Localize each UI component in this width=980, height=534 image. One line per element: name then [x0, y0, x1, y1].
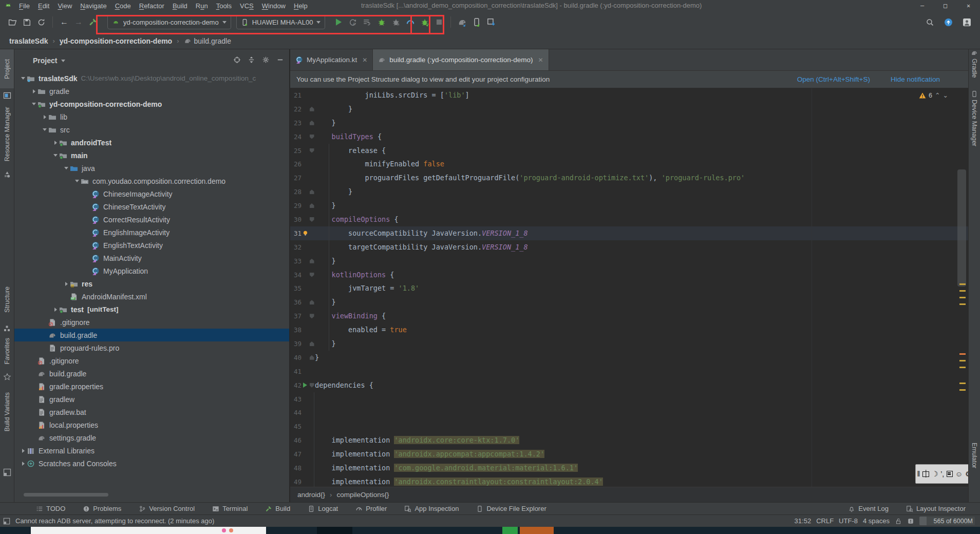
close-icon[interactable]: ✕ — [362, 56, 367, 64]
status-message[interactable]: Cannot reach ADB server, attempting to r… — [15, 517, 214, 525]
sync-gradle-button[interactable] — [455, 15, 469, 29]
sync-button[interactable] — [34, 15, 48, 29]
tree-item-gradlew-bat[interactable]: gradlew.bat — [14, 406, 290, 418]
code-editor[interactable]: 21 jniLibs.srcDirs = ['lib']22 }23 }24 b… — [290, 88, 968, 487]
tree-item--gitignore[interactable]: .gitignore — [14, 354, 290, 367]
breadcrumb-segment[interactable]: build.gradle — [184, 37, 231, 45]
sdk-manager-button[interactable] — [484, 15, 498, 29]
tree-item-yd-composition-correction-demo[interactable]: yd-composition-correction-demo — [14, 98, 290, 110]
tree-item-androidtest[interactable]: androidTest — [14, 136, 290, 149]
open-project-structure-link[interactable]: Open (Ctrl+Alt+Shift+S) — [797, 75, 870, 83]
menu-build[interactable]: Build — [169, 1, 191, 11]
fold-marker-icon[interactable] — [310, 314, 314, 318]
tree-item-src[interactable]: src — [14, 123, 290, 136]
ime-chinese-mode-icon[interactable] — [922, 471, 929, 477]
tree-item-external-libraries[interactable]: External Libraries — [14, 444, 290, 457]
sidebar-item-project[interactable]: Project — [0, 49, 14, 88]
minimize-button[interactable]: — — [911, 0, 934, 11]
close-icon[interactable]: ✕ — [538, 56, 543, 64]
tree-item-main[interactable]: main — [14, 149, 290, 162]
chevron-down-icon[interactable] — [53, 154, 58, 157]
ide-update-button[interactable] — [941, 15, 955, 29]
chevron-right-icon[interactable] — [22, 462, 25, 466]
device-manager-button[interactable] — [469, 15, 484, 29]
tree-item-gradle[interactable]: gradle — [14, 85, 290, 98]
avatar-button[interactable] — [959, 15, 974, 29]
fold-marker-icon[interactable] — [310, 259, 314, 263]
tree-item-correctresultactivity[interactable]: CorrectResultActivity — [14, 213, 290, 226]
tree-item-local-properties[interactable]: local.properties — [14, 418, 290, 431]
right-strip-item-device-manager[interactable]: Device Manager — [969, 90, 980, 158]
ime-glyph[interactable]: ‖ — [917, 470, 920, 478]
ime-glyph[interactable]: ☽ — [932, 470, 938, 478]
hide-notification-link[interactable]: Hide notification — [891, 75, 940, 83]
fold-marker-icon[interactable] — [310, 217, 314, 222]
sidebar-item-favorites[interactable]: Favorites — [0, 333, 14, 370]
ime-glyph[interactable]: ’, — [940, 470, 944, 478]
fold-marker-icon[interactable] — [310, 107, 314, 111]
inspection-widget[interactable]: 6 ⌃ ⌄ — [919, 91, 948, 99]
next-warning-icon[interactable]: ⌄ — [943, 91, 948, 99]
indent-setting[interactable]: 4 spaces — [863, 517, 890, 525]
breadcrumb-segment[interactable]: traslateSdk — [9, 37, 48, 45]
editor-breadcrumb-segment[interactable]: compileOptions{} — [336, 491, 389, 499]
fold-marker-icon[interactable] — [310, 341, 314, 346]
chevron-down-icon[interactable] — [64, 167, 68, 169]
tree-item-scratches-and-consoles[interactable]: Scratches and Consoles — [14, 457, 290, 470]
toolwindow-layout-inspector[interactable]: Layout Inspector — [906, 505, 966, 512]
chevron-right-icon[interactable] — [65, 282, 68, 286]
tree-item-build-gradle[interactable]: build.gradle — [14, 329, 290, 341]
chevron-down-icon[interactable] — [21, 77, 25, 80]
toolwindow-logcat[interactable]: Logcat — [308, 505, 338, 512]
notifications-icon[interactable] — [907, 518, 914, 525]
chevron-down-icon[interactable] — [32, 103, 36, 105]
tree-item-proguard-rules-pro[interactable]: proguard-rules.pro — [14, 341, 290, 354]
tree-item-lib[interactable]: lib — [14, 110, 290, 123]
tree-item-englishimageactivity[interactable]: EnglishImageActivity — [14, 226, 290, 239]
toolwindow-app-inspection[interactable]: App Inspection — [404, 505, 459, 512]
menu-edit[interactable]: Edit — [34, 1, 53, 11]
memory-indicator[interactable]: 565 of 6000M — [919, 517, 975, 525]
close-button[interactable]: ✕ — [957, 0, 980, 11]
tree-item-englishtextactivity[interactable]: EnglishTextActivity — [14, 239, 290, 252]
tree-item-res[interactable]: res — [14, 277, 290, 290]
menu-code[interactable]: Code — [111, 1, 135, 11]
caret-position[interactable]: 31:52 — [795, 517, 812, 525]
fold-marker-icon[interactable] — [310, 121, 314, 125]
prev-warning-icon[interactable]: ⌃ — [935, 91, 940, 99]
chevron-right-icon[interactable] — [33, 89, 35, 93]
tab-build.gradle[interactable]: build.gradle (:yd-composition-correction… — [373, 49, 549, 70]
back-button[interactable]: ← — [57, 15, 71, 29]
toolwindow-build[interactable]: Build — [265, 505, 290, 512]
fold-marker-icon[interactable] — [310, 148, 314, 153]
tree-item-traslatesdk[interactable]: traslateSdkC:\Users\wb.xusj\Desktop\andr… — [14, 72, 290, 85]
toolwindow-profiler[interactable]: Profiler — [355, 505, 387, 512]
run-line-icon[interactable] — [303, 383, 307, 388]
tree-item-chinesetextactivity[interactable]: ChineseTextActivity — [14, 200, 290, 213]
fold-marker-icon[interactable] — [310, 203, 314, 208]
sidebar-item-structure[interactable]: Structure — [0, 277, 14, 321]
tool-window-switcher-icon[interactable] — [3, 518, 10, 525]
locate-target-button[interactable] — [233, 56, 241, 65]
editor-scrollbar[interactable] — [957, 169, 966, 287]
ime-glyph[interactable]: ☺ — [955, 470, 963, 478]
ime-simplified-icon[interactable] — [947, 471, 953, 477]
menu-file[interactable]: File — [15, 1, 33, 11]
right-strip-item-gradle[interactable]: Gradle — [969, 49, 980, 85]
menu-vcs[interactable]: VCS — [236, 1, 257, 11]
lock-icon[interactable] — [895, 518, 902, 525]
ime-language-bar[interactable]: ‖☽’,☺⚙ — [915, 464, 973, 484]
settings-gear-button[interactable] — [262, 56, 270, 65]
chevron-right-icon[interactable] — [54, 308, 57, 312]
maximize-button[interactable]: □ — [934, 0, 957, 11]
sidebar-item-build-variants[interactable]: Build Variants — [0, 386, 14, 437]
menu-refactor[interactable]: Refactor — [136, 1, 168, 11]
breadcrumb-segment[interactable]: yd-composition-correction-demo — [60, 37, 172, 45]
toolwindow-todo[interactable]: TODO — [36, 505, 65, 512]
tab-myapplication.kt[interactable]: MyApplication.kt✕ — [290, 49, 373, 70]
toolwindow-problems[interactable]: Problems — [83, 505, 121, 512]
collapse-all-button[interactable] — [248, 56, 255, 65]
save-all-button[interactable] — [20, 15, 34, 29]
file-encoding[interactable]: UTF-8 — [839, 517, 858, 525]
right-strip-item-emulator[interactable]: Emulator — [969, 443, 980, 503]
